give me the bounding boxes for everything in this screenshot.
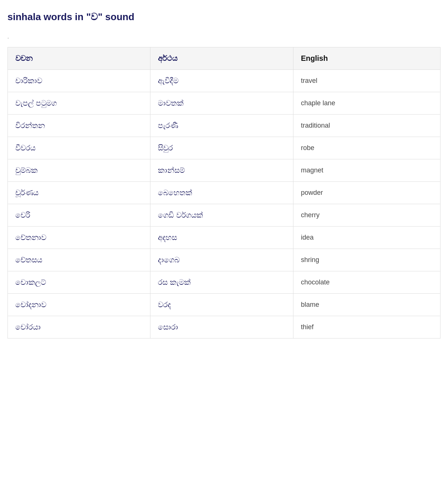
table-header-row: වචන අර්ථය English — [8, 47, 441, 70]
cell-sinhala: විරන්තන — [8, 115, 150, 137]
cell-meaning: පැරණී — [150, 115, 293, 137]
cell-english: magnet — [293, 159, 440, 182]
cell-sinhala: චෝදනාව — [8, 294, 150, 316]
cell-english: thief — [293, 316, 440, 339]
table-row: චෙරිගෙඩි වර්ගයක්cherry — [8, 204, 441, 227]
cell-sinhala: චුම්බක — [8, 159, 150, 182]
table-row: චාරිකාවඇවිදීමtravel — [8, 70, 441, 92]
table-row: චේතසයදාගෙබshring — [8, 249, 441, 271]
table-row: චොකලට්රස කැමක්chocolate — [8, 271, 441, 294]
cell-meaning: සොරා — [150, 316, 293, 339]
cell-english: travel — [293, 70, 440, 92]
cell-sinhala: චොකලට් — [8, 271, 150, 294]
table-row: වීවරයසිවුරrobe — [8, 137, 441, 159]
cell-sinhala: වැපල් පටුමග — [8, 92, 150, 115]
page-title: sinhala words in "ව" sound — [7, 11, 441, 23]
table-row: චුම්බකකාන්සම්magnet — [8, 159, 441, 182]
cell-meaning: රස කැමක් — [150, 271, 293, 294]
cell-english: blame — [293, 294, 440, 316]
subtitle: . — [7, 34, 441, 40]
table-row: චෝදනාවවරදblame — [8, 294, 441, 316]
cell-english: robe — [293, 137, 440, 159]
cell-sinhala: චේතනාව — [8, 227, 150, 249]
words-table: වචන අර්ථය English චාරිකාවඇවිදීමtravelවැප… — [7, 47, 441, 339]
cell-english: cherry — [293, 204, 440, 227]
cell-sinhala: චූර්ණය — [8, 182, 150, 204]
cell-meaning: බෙහෙතක් — [150, 182, 293, 204]
cell-english: powder — [293, 182, 440, 204]
cell-meaning: අදහස — [150, 227, 293, 249]
header-meaning: අර්ථය — [150, 47, 293, 70]
cell-meaning: වරද — [150, 294, 293, 316]
table-row: වැපල් පටුමගමාවතක්chaple lane — [8, 92, 441, 115]
cell-meaning: සිවුර — [150, 137, 293, 159]
cell-english: shring — [293, 249, 440, 271]
cell-meaning: කාන්සම් — [150, 159, 293, 182]
cell-english: traditional — [293, 115, 440, 137]
cell-sinhala: චාරිකාව — [8, 70, 150, 92]
cell-sinhala: චේතසය — [8, 249, 150, 271]
header-sinhala: වචන — [8, 47, 150, 70]
cell-meaning: ගෙඩි වර්ගයක් — [150, 204, 293, 227]
cell-meaning: මාවතක් — [150, 92, 293, 115]
cell-sinhala: චෝරයා — [8, 316, 150, 339]
cell-meaning: දාගෙබ — [150, 249, 293, 271]
cell-english: idea — [293, 227, 440, 249]
table-row: චේතනාවඅදහසidea — [8, 227, 441, 249]
cell-english: chaple lane — [293, 92, 440, 115]
cell-sinhala: චෙරි — [8, 204, 150, 227]
table-row: චෝරයාසොරාthief — [8, 316, 441, 339]
cell-meaning: ඇවිදීම — [150, 70, 293, 92]
header-english: English — [293, 47, 440, 70]
table-row: විරන්තනපැරණීtraditional — [8, 115, 441, 137]
cell-sinhala: වීවරය — [8, 137, 150, 159]
table-row: චූර්ණයබෙහෙතක්powder — [8, 182, 441, 204]
cell-english: chocolate — [293, 271, 440, 294]
